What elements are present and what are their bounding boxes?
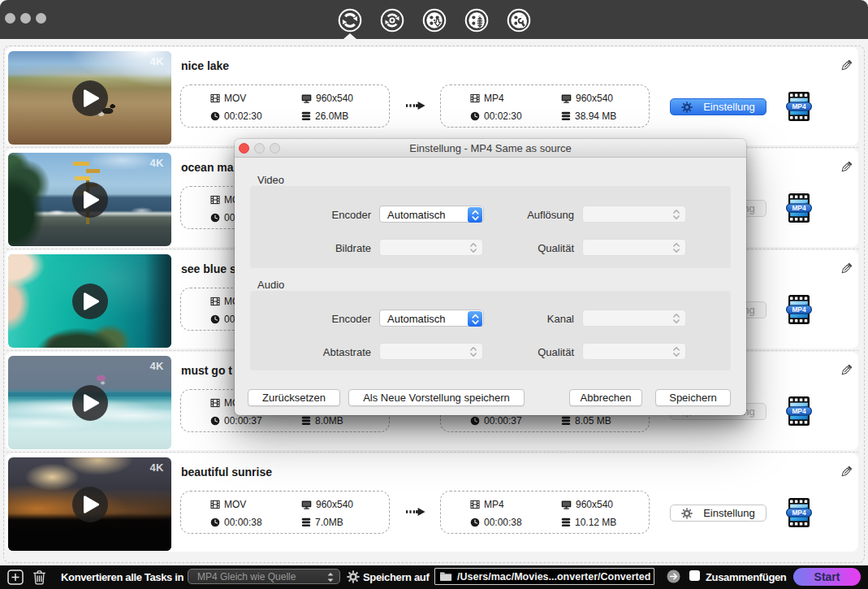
- field-label: Bildrate: [249, 242, 371, 254]
- tab-video-download-icon[interactable]: [422, 8, 447, 32]
- tab-video-enhance-icon[interactable]: [464, 8, 489, 32]
- video-row: 4K nice lake MOV 960x540 00:02:30 26.0MB: [6, 47, 858, 145]
- thumbnail-4k-badge: 4K: [149, 461, 164, 474]
- stepper-arrows-icon: [326, 570, 335, 587]
- clock-icon: [470, 416, 480, 426]
- convert-arrow-icon: [406, 101, 425, 110]
- window-minimize-button[interactable]: [20, 13, 31, 24]
- open-folder-arrow-button[interactable]: [667, 570, 680, 587]
- source-size-value: 7.0MB: [315, 517, 343, 528]
- film-icon: [210, 500, 220, 509]
- edit-pencil-icon[interactable]: [839, 160, 853, 175]
- video-thumbnail[interactable]: 4K: [8, 356, 171, 449]
- source-resolution-value: 960x540: [316, 499, 353, 510]
- source-info-box: MOV 960x540 00:00:38 7.0MB: [180, 491, 390, 534]
- source-format-value: MOV: [224, 499, 246, 510]
- window-close-button[interactable]: [5, 13, 15, 24]
- output-format-badge-mp4: MP4: [785, 497, 813, 528]
- tab-converter-icon[interactable]: [338, 8, 362, 32]
- row-separator: [6, 452, 859, 453]
- field-label: Encoder: [249, 209, 371, 221]
- source-duration-item: 00:02:30: [210, 110, 262, 122]
- video-thumbnail[interactable]: 4K: [8, 153, 171, 246]
- cancel-button[interactable]: Abbrechen: [569, 389, 642, 406]
- video-title: must go t: [181, 364, 232, 377]
- output-format-value: MP4: [484, 499, 504, 510]
- edit-pencil-icon[interactable]: [839, 262, 853, 276]
- edit-pencil-icon[interactable]: [839, 363, 853, 378]
- audio-quality-select: [582, 343, 686, 360]
- output-path-field[interactable]: /Users/mac/Movies...onverter/Converted: [434, 568, 654, 585]
- convert-all-label: Konvertieren alle Tasks in: [61, 571, 184, 583]
- video-thumbnail[interactable]: 4K: [8, 457, 171, 551]
- start-button[interactable]: Start: [793, 568, 861, 586]
- stepper-arrows-icon: [672, 313, 680, 327]
- settings-button[interactable]: Einstellung: [670, 98, 767, 115]
- tab-ripper-icon[interactable]: [380, 8, 404, 32]
- video-thumbnail[interactable]: 4K: [8, 51, 171, 145]
- output-format-value: MP4: [484, 93, 504, 104]
- output-format-badge-mp4: MP4: [785, 193, 813, 223]
- bottom-toolbar: Konvertieren alle Tasks in MP4 Gleich wi…: [0, 565, 868, 589]
- badge-label: MP4: [792, 204, 806, 212]
- clock-icon: [470, 518, 480, 527]
- source-size-item: 7.0MB: [301, 517, 343, 528]
- video-resolution-select: [582, 206, 686, 223]
- settings-gear-button[interactable]: [347, 570, 360, 587]
- field-label: Kanal: [452, 313, 574, 325]
- output-size-value: 8.05 MB: [575, 415, 611, 427]
- source-size-item: 26.0MB: [301, 110, 348, 122]
- output-duration-value: 00:00:38: [484, 517, 522, 528]
- select-value: Automatisch: [387, 313, 446, 325]
- tab-toolbox-icon[interactable]: [507, 8, 531, 32]
- audio-channel-select: [582, 310, 686, 327]
- play-button[interactable]: [72, 487, 108, 522]
- merge-label: Zusammenfügen: [706, 571, 786, 583]
- badge-label: MP4: [792, 407, 806, 415]
- storage-icon: [301, 111, 311, 121]
- play-button[interactable]: [72, 284, 108, 319]
- storage-icon: [561, 416, 571, 426]
- video-row: 4K beautiful sunrise MOV 960x540 00:00:3…: [6, 453, 858, 552]
- source-duration-item: 00: [210, 212, 235, 223]
- source-size-value: 26.0MB: [315, 110, 348, 122]
- delete-trash-button[interactable]: [32, 570, 46, 588]
- output-format-item: MP4: [470, 93, 504, 104]
- add-files-button[interactable]: [7, 570, 24, 588]
- output-resolution-value: 960x540: [576, 93, 613, 104]
- output-format-badge-mp4: MP4: [785, 396, 813, 427]
- settings-dialog: Einstellung - MP4 Same as source Video E…: [235, 139, 746, 415]
- thumbnail-4k-badge: 4K: [149, 157, 164, 169]
- source-format-item: MOV: [210, 93, 246, 104]
- display-icon: [301, 500, 312, 509]
- save-button[interactable]: Speichern: [655, 389, 731, 406]
- clock-icon: [210, 518, 220, 527]
- display-icon: [561, 500, 572, 509]
- edit-pencil-icon[interactable]: [839, 465, 853, 479]
- clock-icon: [210, 416, 220, 426]
- video-title: nice lake: [181, 59, 229, 72]
- play-button[interactable]: [72, 182, 108, 218]
- film-icon: [470, 93, 480, 103]
- reset-button[interactable]: Zurücksetzen: [248, 389, 340, 406]
- window-zoom-button[interactable]: [36, 13, 46, 24]
- video-thumbnail[interactable]: [8, 254, 171, 348]
- output-duration-value: 00:00:37: [484, 415, 522, 427]
- play-button[interactable]: [72, 385, 108, 421]
- save-as-new-preset-button[interactable]: Als Neue Vorstellung speichern: [348, 389, 525, 406]
- settings-button[interactable]: Einstellung: [670, 505, 767, 522]
- source-duration-value: 00: [224, 212, 235, 223]
- output-format-select[interactable]: MP4 Gleich wie Quelle: [188, 569, 340, 584]
- edit-pencil-icon[interactable]: [839, 58, 853, 73]
- output-size-item: 10.12 MB: [561, 517, 616, 528]
- stepper-arrows-icon: [672, 209, 680, 223]
- storage-icon: [301, 518, 311, 527]
- play-button[interactable]: [72, 80, 108, 116]
- field-label: Qualität: [452, 242, 574, 254]
- storage-icon: [561, 518, 571, 527]
- merge-checkbox[interactable]: [689, 570, 700, 581]
- video-quality-select: [582, 239, 686, 256]
- output-info-box: MP4 960x540 00:00:38 10.12 MB: [440, 491, 650, 534]
- source-info-box: MOV 960x540 00:02:30 26.0MB: [180, 84, 390, 128]
- save-to-label: Speichern auf: [363, 571, 429, 583]
